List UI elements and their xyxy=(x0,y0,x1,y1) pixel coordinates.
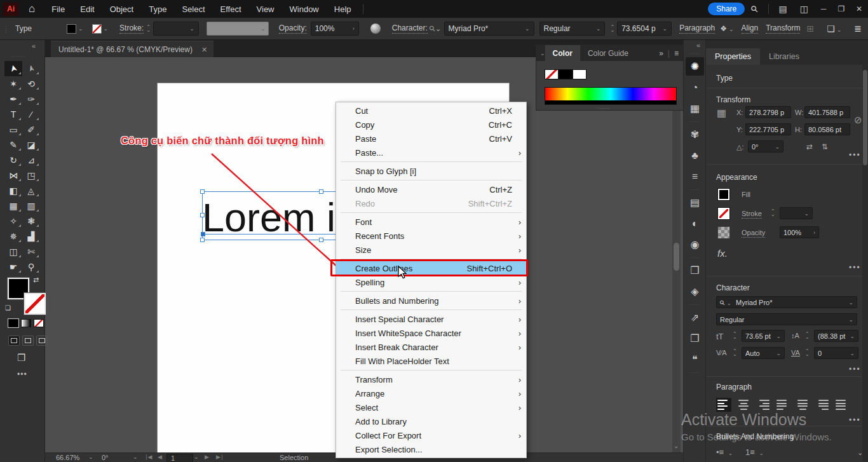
dock-control-icon[interactable]: ❏⌄ xyxy=(820,24,848,34)
stroke-label[interactable]: Stroke xyxy=(742,210,762,219)
menu-item-size[interactable]: Size› xyxy=(336,243,526,257)
rotate-tool[interactable]: ↻ xyxy=(4,153,22,168)
font-size-stepper[interactable]: ⌃⌄ xyxy=(610,25,614,32)
shaper-tool[interactable]: ✎ xyxy=(4,137,22,153)
none-swatch[interactable] xyxy=(545,69,559,79)
swap-fill-stroke-icon[interactable]: ⇄ xyxy=(33,276,39,284)
justify-right-button[interactable] xyxy=(815,398,830,412)
tracking-dropdown[interactable]: 0⌄ xyxy=(814,347,858,359)
appearance-opacity-swatch[interactable] xyxy=(717,226,730,239)
selection-handle[interactable] xyxy=(200,189,205,194)
envelope-warp-icon[interactable]: ❖⌄ xyxy=(720,24,733,33)
stroke-panel-icon[interactable]: ≡ xyxy=(686,167,704,186)
search-icon[interactable]: ⚲ xyxy=(745,4,764,14)
restore-button[interactable]: ❐ xyxy=(832,4,850,13)
draw-normal-button[interactable] xyxy=(8,336,20,346)
appearance-more-options[interactable]: ••• xyxy=(849,263,861,272)
stroke-swatch[interactable] xyxy=(92,24,102,34)
selection-handle[interactable] xyxy=(319,238,323,242)
menu-item-font[interactable]: Font› xyxy=(336,215,526,229)
tab-libraries[interactable]: Libraries xyxy=(760,48,808,65)
export-panel-icon[interactable]: ⇗ xyxy=(686,308,704,327)
stroke-weight-stepper[interactable]: ⌃⌄ xyxy=(771,210,775,216)
transform-more-options[interactable]: ••• xyxy=(849,151,861,160)
rotation-chevron-icon[interactable]: ⌄ xyxy=(133,454,138,460)
align-left-button[interactable] xyxy=(716,398,731,412)
opacity-field[interactable]: 100%› xyxy=(780,226,819,238)
column-graph-tool[interactable]: ▟ xyxy=(22,229,40,244)
rotate-angle-dropdown[interactable]: 0°⌄ xyxy=(748,140,783,153)
fill-swatch[interactable] xyxy=(67,24,76,34)
eyedropper-tool[interactable]: ✧ xyxy=(4,214,22,229)
paragraph-link[interactable]: Paragraph xyxy=(679,24,715,34)
graphic-styles-panel-icon[interactable]: ❒ xyxy=(686,261,704,280)
character-font-dropdown[interactable]: ⚲ ⌄ Myriad Pro*⌄ xyxy=(716,296,857,308)
menu-item-select[interactable]: Select› xyxy=(336,400,526,414)
kerning-stepper[interactable]: ⌃⌄ xyxy=(733,350,737,356)
menu-window[interactable]: Window xyxy=(282,0,327,18)
transparency-panel-icon[interactable]: ◐ xyxy=(686,214,704,233)
last-artboard-icon[interactable]: ▶∣ xyxy=(216,454,223,460)
leading-stepper[interactable]: ⌃⌄ xyxy=(805,332,810,339)
rotation-value[interactable]: 0° xyxy=(102,454,109,461)
artboard-tool[interactable]: ◫ xyxy=(4,244,22,259)
fx-button[interactable]: fx. xyxy=(717,248,728,259)
stroke-chevron-icon[interactable]: ⌄ xyxy=(104,25,109,32)
selection-handle[interactable] xyxy=(319,189,323,194)
minimize-button[interactable]: ─ xyxy=(815,4,832,13)
tab-color[interactable]: Color xyxy=(545,45,580,61)
magic-wand-tool[interactable]: ✶ xyxy=(4,76,22,92)
hand-tool[interactable]: ☛ xyxy=(4,259,22,275)
paintbrush-tool[interactable]: ✐ xyxy=(22,122,40,137)
pen-tool[interactable]: ✒ xyxy=(4,92,22,107)
expand-panel-icon[interactable]: » xyxy=(659,49,663,58)
zoom-level[interactable]: 66.67% xyxy=(56,454,79,461)
rectangle-tool[interactable]: ▭ xyxy=(4,122,22,137)
font-size-field[interactable]: 73.6504 p⌄ xyxy=(617,22,672,36)
share-button[interactable]: Share xyxy=(708,3,745,15)
scrollbar-thumb[interactable] xyxy=(674,243,679,271)
zoom-chevron-icon[interactable]: ⌄ xyxy=(88,454,93,460)
default-fill-stroke-icon[interactable]: ❏ xyxy=(5,304,11,311)
color-guide-panel-icon[interactable]: ◔ xyxy=(686,78,704,97)
y-field[interactable]: 222.7705 p xyxy=(745,123,791,135)
stroke-color-proxy[interactable] xyxy=(24,293,46,315)
first-artboard-icon[interactable]: ∣◀ xyxy=(145,454,152,460)
panel-resize-grip-icon[interactable]: ∙∙∙∙∙∙∙ xyxy=(597,105,611,110)
mesh-tool[interactable]: ▦ xyxy=(4,198,22,214)
appearance-panel-icon[interactable]: ◉ xyxy=(686,235,704,254)
selection-handle[interactable] xyxy=(200,213,205,217)
lasso-tool[interactable]: ⟲ xyxy=(22,76,40,92)
draw-inside-button[interactable] xyxy=(36,336,48,346)
close-document-icon[interactable]: ✕ xyxy=(201,46,207,54)
panel-menu-icon[interactable]: ≡ xyxy=(674,49,679,58)
free-transform-tool[interactable]: ◳ xyxy=(22,168,40,183)
character-style-dropdown[interactable]: Regular⌄ xyxy=(716,313,857,325)
brushes-panel-icon[interactable]: ✾ xyxy=(686,125,704,144)
opacity-label[interactable]: Opacity xyxy=(742,229,765,238)
stroke-stepper[interactable]: ⌃⌄ xyxy=(146,25,151,32)
color-spectrum-bar[interactable] xyxy=(545,87,677,105)
flip-horizontal-icon[interactable]: ⇄ xyxy=(806,142,813,151)
slice-tool[interactable]: ✄ xyxy=(22,244,40,259)
artboard-number-field[interactable]: 1 xyxy=(166,454,193,462)
blend-tool[interactable]: ❃ xyxy=(22,214,40,229)
symbols-panel-icon[interactable]: ♣ xyxy=(686,146,704,165)
document-tab[interactable]: Untitled-1* @ 66.67 % (CMYK/Preview) ✕ xyxy=(51,41,214,58)
menu-item-cut[interactable]: CutCtrl+X xyxy=(336,104,526,118)
character-more-options[interactable]: ••• xyxy=(849,365,861,374)
menu-item-recent-fonts[interactable]: Recent Fonts› xyxy=(336,229,526,243)
fill-chevron-icon[interactable]: ⌄ xyxy=(78,25,83,32)
direct-selection-tool[interactable]: ➣ xyxy=(22,61,40,76)
scrollbar-down-icon[interactable]: ⌄ xyxy=(674,442,679,449)
character-link[interactable]: Character: xyxy=(392,24,428,34)
x-field[interactable]: 278.2798 p xyxy=(745,106,791,118)
scale-tool[interactable]: ⊿ xyxy=(22,153,40,168)
stroke-weight-dropdown[interactable]: ⌄ xyxy=(153,22,199,36)
menu-item-arrange[interactable]: Arrange› xyxy=(336,386,526,400)
collapse-toolbar-icon[interactable]: « xyxy=(32,42,36,50)
menu-item-copy[interactable]: CopyCtrl+C xyxy=(336,118,526,132)
justify-all-button[interactable] xyxy=(834,398,850,412)
toolbar-grip-icon[interactable]: ∙∙∙∙∙∙∙∙ xyxy=(11,53,27,58)
edit-toolbar-button[interactable]: ••• xyxy=(17,370,27,379)
